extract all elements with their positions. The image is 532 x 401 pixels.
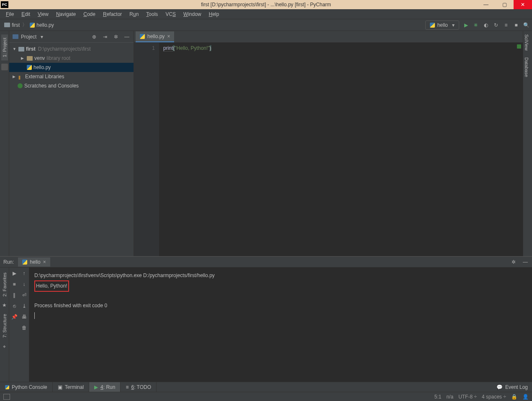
run-settings-icon[interactable]: ✲ [510,259,517,265]
locate-icon[interactable]: ⊕ [91,33,98,40]
output-cursor [34,311,527,320]
python-file-icon [140,34,145,39]
run-toolbar-primary: ▶ ■ ‖ ⎋ 📌 [9,267,19,382]
menu-view[interactable]: View [34,10,52,18]
menu-tools[interactable]: Tools [143,10,161,18]
exit-icon[interactable]: ⎋ [11,303,18,309]
tool-windows-toggle-icon[interactable] [3,394,10,400]
menu-help[interactable]: Help [206,10,223,18]
output-result-line: Hello, Python! [34,280,69,292]
folder-icon [4,23,10,27]
print-icon[interactable]: 🖶 [21,314,28,320]
run-icon: ▶ [94,384,98,390]
expand-arrow-icon[interactable]: ▶ [21,56,25,60]
terminal-icon: ▣ [58,384,62,390]
window-titlebar: PC first [D:\pycharmprojects\first] - ..… [0,0,532,9]
bottom-tab-event-log[interactable]: 💬 Event Log [492,384,532,390]
star-icon: ★ [2,302,7,308]
search-everywhere-button[interactable]: 🔍 [523,22,529,28]
menu-navigate[interactable]: Navigate [53,10,79,18]
folder-icon [18,47,24,51]
scroll-end-icon[interactable]: ⤓ [21,303,28,309]
profile-button[interactable]: ↻ [493,22,499,28]
menu-refactor[interactable]: Refactor [100,10,125,18]
editor-tab-hello[interactable]: hello.py × [136,31,174,42]
project-view-selector[interactable]: Project [13,34,91,40]
tree-file-hello[interactable]: hello.py [9,63,134,72]
stop-icon[interactable]: ■ [11,281,18,288]
settings-icon[interactable]: ✲ [113,33,119,40]
soft-wrap-icon[interactable]: ⏎ [21,292,28,298]
output-command-line: D:\pycharmprojects\first\venv\Scripts\py… [34,271,527,280]
project-panel-header: Project ⊕ ⇥ ✲ — [9,31,134,43]
menu-edit[interactable]: Edit [18,10,33,18]
structure-tool-tab[interactable]: 7: Structure [1,311,8,341]
collapse-icon[interactable]: ⇥ [102,33,108,40]
run-tool-window: Run: hello × ✲ — 2: Favorites ★ 7: Struc… [0,256,532,382]
expand-arrow-icon[interactable]: ▶ [13,75,17,79]
rerun-icon[interactable]: ▶ [11,270,18,277]
pin-icon[interactable]: 📌 [11,314,18,320]
tree-external-libraries[interactable]: ▶ External Libraries [9,72,134,81]
stop-button[interactable]: ■ [513,22,519,28]
hide-panel-icon[interactable]: — [123,33,130,40]
run-button[interactable]: ▶ [463,22,469,28]
project-header-label: Project [21,34,36,40]
python-icon [430,23,435,28]
breadcrumb-file-label: hello.py [36,22,54,28]
run-configuration-selector[interactable]: hello [425,21,459,30]
editor-tab-label: hello.py [147,33,164,39]
todo-icon: ≡ [126,384,129,390]
run-tab-hello[interactable]: hello × [18,257,50,267]
menu-window[interactable]: Window [180,10,205,18]
up-icon[interactable]: ↑ [21,270,28,277]
breadcrumb-separator: 〉 [22,21,27,28]
inspection-marker [517,44,521,49]
hide-run-icon[interactable]: — [522,259,529,265]
python-icon [5,385,9,389]
maximize-button[interactable]: ▢ [495,0,514,9]
code-content[interactable]: print("Hello, Python!") [159,43,523,256]
left-secondary-gutter: 2: Favorites ★ 7: Structure ⌖ [0,267,9,382]
editor-body[interactable]: 1 print("Hello, Python!") [134,43,523,256]
menu-vcs[interactable]: VCS [162,10,179,18]
indent-settings[interactable]: 4 spaces ÷ [482,394,506,400]
expand-arrow-icon[interactable]: ▼ [13,47,17,51]
menu-run[interactable]: Run [126,10,142,18]
structure-icon: ⌖ [3,344,6,350]
close-tab-icon[interactable]: × [43,259,46,265]
inspector-icon[interactable]: 👤 [522,394,529,400]
favorites-tool-tab[interactable]: 2: Favorites [1,269,8,300]
pause-icon[interactable]: ‖ [11,292,18,298]
debug-button[interactable]: ⛯ [473,22,479,28]
breadcrumb-file[interactable]: hello.py [28,22,55,28]
close-tab-icon[interactable]: × [167,33,170,39]
minimize-button[interactable]: — [477,0,495,9]
menu-file[interactable]: File [3,10,17,18]
menu-code[interactable]: Code [80,10,99,18]
project-tool-tab[interactable]: 1: Project [1,34,8,60]
python-file-icon [27,65,32,70]
bottom-tab-todo[interactable]: ≡ 6: TODO [121,382,157,392]
tree-root[interactable]: ▼ firstD:\pycharmprojects\first [9,44,134,54]
clear-icon[interactable]: 🗑 [21,324,28,331]
file-encoding[interactable]: UTF-8 ÷ [458,394,477,400]
bottom-tab-python-console[interactable]: Python Console [0,382,53,392]
database-tool-tab[interactable]: Database [523,54,530,80]
caret-position[interactable]: 5:1 [434,394,442,400]
coverage-button[interactable]: ◐ [483,22,489,28]
bottom-tool-tabs: Python Console ▣ Terminal ▶ 4: Run ≡ 6: … [0,382,532,392]
down-icon[interactable]: ↓ [21,281,28,288]
editor-area: hello.py × 1 print("Hello, Python!") [134,31,523,256]
tree-venv[interactable]: ▶ venvlibrary root [9,54,134,63]
close-button[interactable]: ✕ [514,0,532,9]
bottom-tab-terminal[interactable]: ▣ Terminal [53,382,89,392]
concurrency-button[interactable]: ≡ [503,22,509,28]
run-output[interactable]: D:\pycharmprojects\first\venv\Scripts\py… [29,267,532,382]
breadcrumb-folder[interactable]: first [3,22,21,28]
tree-scratches[interactable]: Scratches and Consoles [9,81,134,90]
lock-icon[interactable]: 🔒 [511,394,517,400]
left-gutter-icon[interactable] [1,64,8,70]
bottom-tab-run[interactable]: ▶ 4: Run [89,382,121,392]
sciview-tool-tab[interactable]: SciView [523,31,530,54]
